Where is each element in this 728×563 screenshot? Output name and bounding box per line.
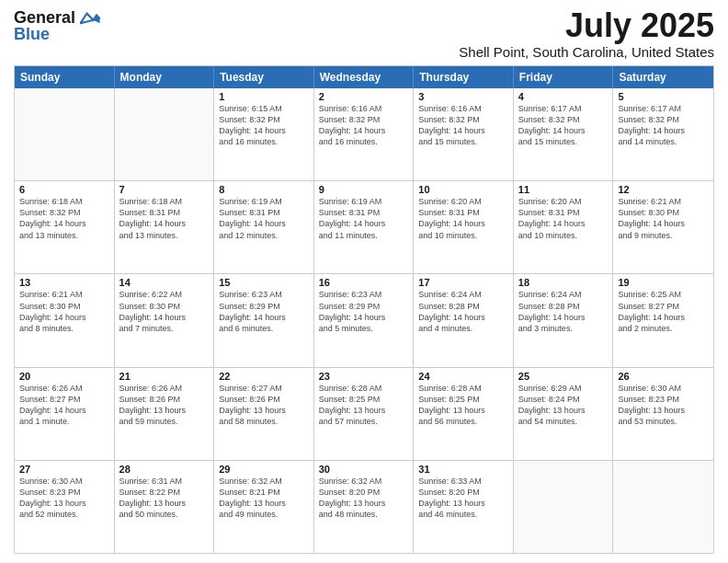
- cal-cell-4-0: 27Sunrise: 6:30 AM Sunset: 8:23 PM Dayli…: [15, 461, 115, 553]
- day-num-4-4: 31: [418, 464, 508, 475]
- day-info-1-0: Sunrise: 6:18 AM Sunset: 8:32 PM Dayligh…: [19, 196, 109, 241]
- day-info-4-1: Sunrise: 6:31 AM Sunset: 8:22 PM Dayligh…: [119, 476, 210, 521]
- cal-row-4: 27Sunrise: 6:30 AM Sunset: 8:23 PM Dayli…: [15, 460, 713, 553]
- day-info-3-4: Sunrise: 6:28 AM Sunset: 8:25 PM Dayligh…: [418, 383, 508, 428]
- day-info-4-2: Sunrise: 6:32 AM Sunset: 8:21 PM Dayligh…: [219, 476, 309, 521]
- day-info-1-4: Sunrise: 6:20 AM Sunset: 8:31 PM Dayligh…: [418, 196, 508, 241]
- cal-cell-2-3: 16Sunrise: 6:23 AM Sunset: 8:29 PM Dayli…: [314, 274, 415, 366]
- day-num-3-4: 24: [418, 371, 508, 382]
- cal-cell-2-4: 17Sunrise: 6:24 AM Sunset: 8:28 PM Dayli…: [414, 274, 514, 366]
- title-section: July 2025 Shell Point, South Carolina, U…: [459, 9, 714, 60]
- cal-cell-1-6: 12Sunrise: 6:21 AM Sunset: 8:30 PM Dayli…: [613, 181, 713, 273]
- day-num-4-3: 30: [319, 464, 409, 475]
- day-info-2-4: Sunrise: 6:24 AM Sunset: 8:28 PM Dayligh…: [418, 289, 508, 334]
- cal-cell-2-6: 19Sunrise: 6:25 AM Sunset: 8:27 PM Dayli…: [613, 274, 713, 366]
- cal-cell-2-2: 15Sunrise: 6:23 AM Sunset: 8:29 PM Dayli…: [214, 274, 314, 366]
- page: General Blue July 2025 Shell Point, Sout…: [0, 0, 728, 563]
- calendar-body: 1Sunrise: 6:15 AM Sunset: 8:32 PM Daylig…: [15, 88, 713, 553]
- day-info-3-3: Sunrise: 6:28 AM Sunset: 8:25 PM Dayligh…: [319, 383, 409, 428]
- day-num-0-4: 3: [418, 91, 508, 102]
- day-info-3-2: Sunrise: 6:27 AM Sunset: 8:26 PM Dayligh…: [219, 383, 309, 428]
- day-info-2-1: Sunrise: 6:22 AM Sunset: 8:30 PM Dayligh…: [119, 289, 210, 334]
- day-num-2-3: 16: [319, 277, 409, 288]
- cal-cell-3-0: 20Sunrise: 6:26 AM Sunset: 8:27 PM Dayli…: [15, 368, 115, 460]
- cal-cell-3-6: 26Sunrise: 6:30 AM Sunset: 8:23 PM Dayli…: [613, 368, 713, 460]
- day-num-3-2: 22: [219, 371, 309, 382]
- day-info-2-0: Sunrise: 6:21 AM Sunset: 8:30 PM Dayligh…: [19, 289, 109, 334]
- location-title: Shell Point, South Carolina, United Stat…: [459, 44, 714, 60]
- cal-cell-1-0: 6Sunrise: 6:18 AM Sunset: 8:32 PM Daylig…: [15, 181, 115, 273]
- day-num-0-6: 5: [618, 91, 709, 102]
- weekday-sunday: Sunday: [15, 66, 115, 88]
- day-info-0-3: Sunrise: 6:16 AM Sunset: 8:32 PM Dayligh…: [319, 103, 409, 148]
- cal-cell-2-5: 18Sunrise: 6:24 AM Sunset: 8:28 PM Dayli…: [514, 274, 614, 366]
- day-num-1-5: 11: [518, 184, 609, 195]
- day-num-1-1: 7: [119, 184, 210, 195]
- cal-cell-2-0: 13Sunrise: 6:21 AM Sunset: 8:30 PM Dayli…: [15, 274, 115, 366]
- cal-cell-3-4: 24Sunrise: 6:28 AM Sunset: 8:25 PM Dayli…: [414, 368, 514, 460]
- day-info-0-4: Sunrise: 6:16 AM Sunset: 8:32 PM Dayligh…: [418, 103, 508, 148]
- day-num-1-0: 6: [19, 184, 109, 195]
- weekday-tuesday: Tuesday: [214, 66, 314, 88]
- day-num-1-4: 10: [418, 184, 508, 195]
- day-info-2-2: Sunrise: 6:23 AM Sunset: 8:29 PM Dayligh…: [219, 289, 309, 334]
- logo-text: General Blue: [14, 9, 100, 42]
- cal-row-0: 1Sunrise: 6:15 AM Sunset: 8:32 PM Daylig…: [15, 88, 713, 180]
- day-num-3-5: 25: [518, 371, 609, 382]
- day-num-0-3: 2: [319, 91, 409, 102]
- cal-cell-3-3: 23Sunrise: 6:28 AM Sunset: 8:25 PM Dayli…: [314, 368, 415, 460]
- day-info-1-3: Sunrise: 6:19 AM Sunset: 8:31 PM Dayligh…: [319, 196, 409, 241]
- day-num-1-6: 12: [618, 184, 709, 195]
- cal-cell-0-4: 3Sunrise: 6:16 AM Sunset: 8:32 PM Daylig…: [414, 88, 514, 180]
- day-info-1-2: Sunrise: 6:19 AM Sunset: 8:31 PM Dayligh…: [219, 196, 309, 241]
- day-num-3-0: 20: [19, 371, 109, 382]
- day-info-1-6: Sunrise: 6:21 AM Sunset: 8:30 PM Dayligh…: [618, 196, 709, 241]
- cal-cell-1-3: 9Sunrise: 6:19 AM Sunset: 8:31 PM Daylig…: [314, 181, 415, 273]
- cal-cell-0-1: [115, 88, 215, 180]
- weekday-thursday: Thursday: [414, 66, 514, 88]
- calendar-header: Sunday Monday Tuesday Wednesday Thursday…: [15, 66, 713, 88]
- day-info-1-1: Sunrise: 6:18 AM Sunset: 8:31 PM Dayligh…: [119, 196, 210, 241]
- cal-cell-0-0: [15, 88, 115, 180]
- day-num-2-0: 13: [19, 277, 109, 288]
- day-info-0-5: Sunrise: 6:17 AM Sunset: 8:32 PM Dayligh…: [518, 103, 609, 148]
- cal-row-1: 6Sunrise: 6:18 AM Sunset: 8:32 PM Daylig…: [15, 180, 713, 273]
- weekday-monday: Monday: [115, 66, 215, 88]
- cal-cell-3-1: 21Sunrise: 6:26 AM Sunset: 8:26 PM Dayli…: [115, 368, 215, 460]
- day-info-0-6: Sunrise: 6:17 AM Sunset: 8:32 PM Dayligh…: [618, 103, 709, 148]
- cal-row-3: 20Sunrise: 6:26 AM Sunset: 8:27 PM Dayli…: [15, 367, 713, 460]
- day-info-0-2: Sunrise: 6:15 AM Sunset: 8:32 PM Dayligh…: [219, 103, 309, 148]
- day-info-4-4: Sunrise: 6:33 AM Sunset: 8:20 PM Dayligh…: [418, 476, 508, 521]
- day-info-2-3: Sunrise: 6:23 AM Sunset: 8:29 PM Dayligh…: [319, 289, 409, 334]
- cal-cell-4-4: 31Sunrise: 6:33 AM Sunset: 8:20 PM Dayli…: [414, 461, 514, 553]
- cal-cell-4-5: [514, 461, 614, 553]
- calendar: Sunday Monday Tuesday Wednesday Thursday…: [14, 65, 714, 554]
- cal-cell-4-1: 28Sunrise: 6:31 AM Sunset: 8:22 PM Dayli…: [115, 461, 215, 553]
- day-info-3-5: Sunrise: 6:29 AM Sunset: 8:24 PM Dayligh…: [518, 383, 609, 428]
- weekday-wednesday: Wednesday: [314, 66, 415, 88]
- day-num-2-5: 18: [518, 277, 609, 288]
- cal-cell-4-3: 30Sunrise: 6:32 AM Sunset: 8:20 PM Dayli…: [314, 461, 415, 553]
- month-title: July 2025: [459, 9, 714, 42]
- day-num-3-6: 26: [618, 371, 709, 382]
- day-info-4-3: Sunrise: 6:32 AM Sunset: 8:20 PM Dayligh…: [319, 476, 409, 521]
- weekday-friday: Friday: [514, 66, 614, 88]
- day-num-4-1: 28: [119, 464, 210, 475]
- day-num-2-4: 17: [418, 277, 508, 288]
- logo-line1: General: [14, 9, 100, 26]
- day-num-4-2: 29: [219, 464, 309, 475]
- day-num-2-1: 14: [119, 277, 210, 288]
- logo-line2: Blue: [14, 26, 100, 42]
- logo: General Blue: [14, 9, 100, 42]
- day-info-2-6: Sunrise: 6:25 AM Sunset: 8:27 PM Dayligh…: [618, 289, 709, 334]
- day-num-1-3: 9: [319, 184, 409, 195]
- cal-cell-0-6: 5Sunrise: 6:17 AM Sunset: 8:32 PM Daylig…: [613, 88, 713, 180]
- cal-cell-3-5: 25Sunrise: 6:29 AM Sunset: 8:24 PM Dayli…: [514, 368, 614, 460]
- day-num-0-2: 1: [219, 91, 309, 102]
- day-num-3-1: 21: [119, 371, 210, 382]
- day-num-3-3: 23: [319, 371, 409, 382]
- cal-cell-0-5: 4Sunrise: 6:17 AM Sunset: 8:32 PM Daylig…: [514, 88, 614, 180]
- cal-cell-1-1: 7Sunrise: 6:18 AM Sunset: 8:31 PM Daylig…: [115, 181, 215, 273]
- day-num-2-2: 15: [219, 277, 309, 288]
- cal-cell-1-4: 10Sunrise: 6:20 AM Sunset: 8:31 PM Dayli…: [414, 181, 514, 273]
